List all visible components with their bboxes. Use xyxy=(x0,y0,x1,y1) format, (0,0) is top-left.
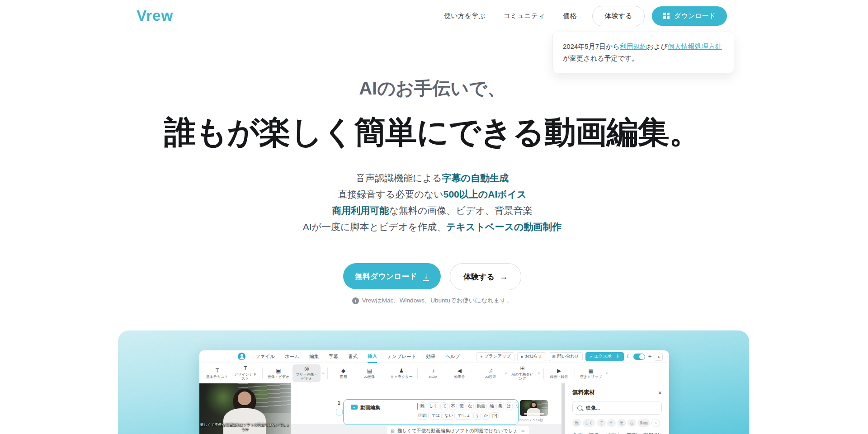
toolbar-item-design-text[interactable]: Tデザインテキスト xyxy=(231,364,259,382)
toolbar-item-image-video[interactable]: ▣画像・ビデオ xyxy=(265,367,292,380)
export-button[interactable]: ↗エクスポート xyxy=(585,352,624,361)
menu-item-template[interactable]: テンプレート xyxy=(387,350,416,363)
video-preview[interactable]: 難しくて不便な動画編集はソフトの問題ではないでしょうか xyxy=(199,383,291,434)
asset-chip[interactable]: 難 xyxy=(572,419,581,427)
clip-checkbox[interactable] xyxy=(336,409,343,415)
menu-item-subtitle[interactable]: 字幕 xyxy=(329,350,338,363)
assets-tab-video[interactable]: ビデオ xyxy=(605,432,621,434)
word-chip[interactable]: 不 xyxy=(449,402,457,410)
menu-item-file[interactable]: ファイル xyxy=(255,350,275,363)
word-chip[interactable]: て xyxy=(440,402,448,410)
close-icon[interactable]: × xyxy=(658,390,662,396)
assets-panel: 無料素材 × 映像... 難 しく て 不 便 な 動画 xyxy=(565,383,669,434)
menu-item-effects[interactable]: 効果 xyxy=(426,350,435,363)
toolbar-item-shapes[interactable]: ◆図形 xyxy=(330,367,356,380)
toolbar-divider xyxy=(543,368,544,379)
clip-thumbnail[interactable] xyxy=(520,400,548,416)
plan-up-button[interactable]: +プランアップ xyxy=(476,352,514,361)
word-chip[interactable]: でしょ xyxy=(456,412,472,420)
clip-card[interactable]: ▸ 動画編集 難 しく て 不 便 な xyxy=(343,399,519,425)
terms-link[interactable]: 利用規約 xyxy=(620,42,647,50)
chevron-down-icon[interactable]: ∨ xyxy=(322,372,324,375)
asset-chip[interactable]: て xyxy=(597,419,606,427)
app-toolbar: T基本テキスト Tデザインテキスト ▣画像・ビデオ ◎フリー画像・ビデオ ∨ ◆… xyxy=(199,363,669,384)
asset-chip[interactable]: な xyxy=(627,419,637,427)
word-chip[interactable]: 問題 xyxy=(417,412,429,420)
asset-chip[interactable]: 便 xyxy=(617,419,626,427)
chevron-down-icon[interactable]: ∨ xyxy=(538,372,540,375)
moon-icon[interactable]: ☾ xyxy=(627,354,631,359)
word-chip[interactable]: ない xyxy=(443,412,454,420)
notice-and: および xyxy=(647,42,668,50)
menu-item-home[interactable]: ホーム xyxy=(285,350,299,363)
word-chip[interactable]: 動画 xyxy=(475,402,487,410)
toolbar-item-sfx[interactable]: ◀効果音 xyxy=(447,367,472,380)
chips-more-button[interactable]: › xyxy=(651,419,660,427)
nav-link-community[interactable]: コミュニティ xyxy=(503,12,545,20)
word-chip[interactable]: か xyxy=(482,412,490,420)
nav-link-pricing[interactable]: 価格 xyxy=(563,12,577,20)
asset-chip[interactable]: しく xyxy=(583,419,595,427)
menu-item-help[interactable]: ヘルプ xyxy=(445,350,460,363)
word-chip[interactable]: しく xyxy=(428,402,439,410)
feature-list: 音声認識機能による字幕の自動生成 直接録音する必要のない500以上のAIボイス … xyxy=(0,170,864,235)
sun-icon[interactable]: ☀ xyxy=(648,354,652,359)
word-chip[interactable]: 集 xyxy=(496,402,504,410)
toolbar-item-empty-clip[interactable]: ▦空きクリップ xyxy=(578,367,604,380)
assets-search-input[interactable]: 映像... xyxy=(572,401,662,415)
nav-link-learn[interactable]: 使い方を学ぶ xyxy=(444,12,485,20)
asset-chip[interactable]: 不 xyxy=(607,419,616,427)
toolbar-divider xyxy=(575,368,575,379)
dark-mode-toggle[interactable] xyxy=(633,354,645,360)
word-chip[interactable]: は xyxy=(505,402,513,410)
toolbar-item-ai-image[interactable]: ▤AI画像 xyxy=(357,367,382,380)
windows-icon xyxy=(663,13,670,19)
download-button[interactable]: ダウンロード xyxy=(652,6,727,26)
word-chip[interactable]: 難 xyxy=(419,402,427,410)
try-web-button[interactable]: 体験する → xyxy=(450,263,521,290)
thumbnail-subtitle xyxy=(524,413,544,415)
assets-tab-giphy[interactable]: GIPHY xyxy=(643,432,659,434)
toolbar-item-free-media[interactable]: ◎フリー画像・ビデオ xyxy=(292,364,321,382)
menu-item-edit[interactable]: 編集 xyxy=(309,350,319,363)
assets-tab-image[interactable]: 画像 xyxy=(589,432,599,434)
word-chip[interactable]: 便 xyxy=(458,402,466,410)
chevron-down-icon[interactable]: ∨ xyxy=(505,372,507,375)
chevron-down-icon[interactable]: ∨ xyxy=(606,372,608,375)
subtitle-row[interactable]: ▤ 難しくて不便な動画編集はソフトの問題ではないでしょ ∞ xyxy=(386,425,529,434)
music-note-icon: ♪ xyxy=(432,368,434,374)
try-button[interactable]: 体験する xyxy=(592,6,645,26)
text-cursor xyxy=(417,403,418,410)
app-content: 難しくて不便な動画編集はソフトの問題ではないでしょうか 1 ▸ 動画編集 xyxy=(199,383,669,434)
privacy-link[interactable]: 個人情報処理方針 xyxy=(668,42,722,50)
menu-item-format[interactable]: 書式 xyxy=(348,350,358,363)
word-chip[interactable]: う xyxy=(473,412,481,420)
contact-button[interactable]: ✉問い合わせ xyxy=(549,352,583,361)
word-chip[interactable]: では xyxy=(430,412,442,420)
toolbar-item-bgm[interactable]: ♪BGM xyxy=(420,367,446,380)
ai-image-icon: ▤ xyxy=(367,368,372,374)
notifications-button[interactable]: ●お知らせ xyxy=(517,352,546,361)
toolbar-item-record[interactable]: ▶録画・録音 xyxy=(547,367,572,380)
asset-chip[interactable]: 動画 xyxy=(637,419,650,427)
word-chip[interactable]: ソ xyxy=(514,402,518,410)
word-chip[interactable]: 編 xyxy=(488,402,495,410)
toolbar-item-ai-voice[interactable]: ♫AI音声 xyxy=(478,367,503,380)
menubar-right: +プランアップ ●お知らせ ✉問い合わせ ↗エクスポート ☾ ☀ ▴ xyxy=(476,352,663,361)
toolbar-item-character[interactable]: ♟キャラクター xyxy=(388,367,415,380)
assets-tab-all[interactable]: 全体 xyxy=(572,432,583,434)
toolbar-item-ai-dubbing[interactable]: ⊞AIの字幕ダビング xyxy=(509,364,537,382)
free-download-button[interactable]: 無料ダウンロード ↓ xyxy=(343,263,441,289)
assets-keyword-chips: 難 しく て 不 便 な 動画 › xyxy=(572,419,662,427)
menu-item-insert[interactable]: 挿入 xyxy=(368,350,377,363)
vrew-logo[interactable]: Vrew xyxy=(137,7,173,24)
bell-icon: ● xyxy=(521,354,523,359)
link-icon[interactable]: ∞ xyxy=(521,428,525,433)
word-chip[interactable]: な xyxy=(467,402,474,410)
collapse-button[interactable]: ▴ xyxy=(655,353,663,361)
user-avatar[interactable] xyxy=(238,353,245,360)
assets-tab-shapes[interactable]: 図形 xyxy=(627,432,637,434)
toolbar-item-basic-text[interactable]: T基本テキスト xyxy=(204,367,231,380)
word-chip[interactable]: [?] xyxy=(491,412,499,419)
editor-scrollbar[interactable] xyxy=(561,383,565,434)
